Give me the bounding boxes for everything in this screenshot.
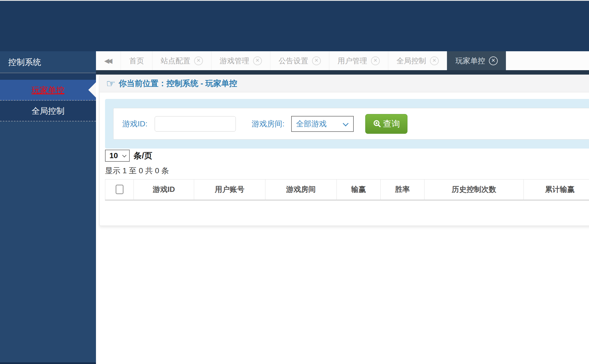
active-item-arrow-icon [88,82,96,98]
page-size-value: 10 [109,151,118,160]
tab-announcement-settings[interactable]: 公告设置 [270,51,329,70]
game-id-label: 游戏ID: [122,119,148,129]
sidebar-menu: 玩家单控 全局控制 [0,73,96,121]
sidebar-item-label: 玩家单控 [32,86,64,95]
column-header-user-account: 用户账号 [194,180,265,200]
tab-player-control[interactable]: 玩家单控 [447,51,506,70]
tab-label: 用户管理 [338,56,367,66]
main-content: 你当前位置：控制系统 - 玩家单控 游戏ID: 游戏房间: 全部游戏 [96,75,589,364]
tab-label: 公告设置 [279,56,308,66]
panel-body: 游戏ID: 游戏房间: 全部游戏 [100,92,589,201]
tabs-scroll-left-button[interactable] [96,51,121,70]
search-well: 游戏ID: 游戏房间: 全部游戏 [105,99,589,149]
search-form: 游戏ID: 游戏房间: 全部游戏 [113,108,589,140]
results-summary: 显示 1 至 0 共 0 条 [105,166,589,176]
content-panel: 你当前位置：控制系统 - 玩家单控 游戏ID: 游戏房间: 全部游戏 [99,75,589,226]
breadcrumb: 你当前位置：控制系统 - 玩家单控 [100,75,589,92]
table-header-row: 游戏ID 用户账号 游戏房间 输赢 胜率 历史控制次数 累计输赢 [105,180,589,200]
game-id-input[interactable] [155,116,236,132]
column-header-history-control-count: 历史控制次数 [424,180,524,200]
sidebar-item-global-control[interactable]: 全局控制 [0,101,96,121]
column-header-win-rate: 胜率 [381,180,424,200]
results-table: 游戏ID 用户账号 游戏房间 输赢 胜率 历史控制次数 累计输赢 [105,179,589,201]
sidebar-bottom-edge [0,362,96,364]
close-icon[interactable] [489,56,498,65]
close-icon[interactable] [430,56,439,65]
column-header-win-loss: 输赢 [337,180,381,200]
tab-label: 首页 [129,56,144,66]
tab-label: 玩家单控 [455,56,485,66]
game-room-selected-value: 全部游戏 [296,119,327,129]
header-bar [0,1,589,51]
tab-label: 游戏管理 [220,56,249,66]
game-room-select[interactable]: 全部游戏 [291,116,354,132]
sidebar-item-label: 全局控制 [32,106,64,115]
column-header-cumulative-win-loss: 累计输赢 [524,180,589,200]
tab-global-control[interactable]: 全局控制 [388,51,447,70]
tab-user-management[interactable]: 用户管理 [329,51,388,70]
close-icon[interactable] [312,56,321,65]
chevron-down-icon [122,153,127,158]
chevron-down-icon [342,120,348,126]
select-all-checkbox[interactable] [116,185,123,194]
query-button-label: 查询 [383,118,400,130]
tab-home[interactable]: 首页 [121,51,152,70]
tab-label: 全局控制 [397,56,426,66]
hand-pointer-icon [106,78,115,90]
sidebar: 控制系统 玩家单控 全局控制 [0,51,96,364]
page: 控制系统 玩家单控 全局控制 首页 站点配置 游戏管理 公告设置 [0,0,589,364]
close-icon[interactable] [371,56,380,65]
page-size-row: 10 条/页 [105,150,589,162]
sidebar-title: 控制系统 [0,51,96,73]
query-button[interactable]: 查询 [365,114,407,134]
tab-label: 站点配置 [161,56,190,66]
column-header-game-id: 游戏ID [134,180,194,200]
close-icon[interactable] [253,56,262,65]
sidebar-item-player-control[interactable]: 玩家单控 [0,80,96,101]
tab-bar: 首页 站点配置 游戏管理 公告设置 用户管理 全局控制 玩家单控 [96,51,589,75]
breadcrumb-text: 你当前位置：控制系统 - 玩家单控 [119,78,237,89]
tab-site-config[interactable]: 站点配置 [152,51,211,70]
page-size-select[interactable]: 10 [105,150,130,162]
close-icon[interactable] [194,56,203,65]
select-all-header-cell [105,180,134,200]
tab-game-management[interactable]: 游戏管理 [211,51,270,70]
search-icon [373,119,382,129]
page-size-unit-label: 条/页 [134,150,152,161]
column-header-game-room: 游戏房间 [265,180,337,200]
game-room-label: 游戏房间: [252,119,285,129]
